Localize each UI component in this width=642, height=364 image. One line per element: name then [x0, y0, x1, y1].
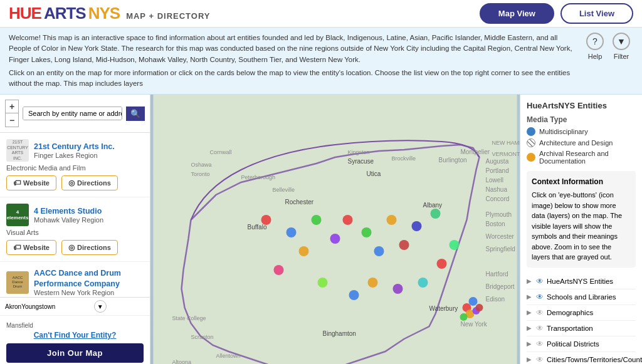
layer-chevron-3: ▶ — [527, 325, 532, 331]
map-view-button[interactable]: Map View — [480, 3, 554, 24]
svg-text:Waterbury: Waterbury — [429, 305, 458, 312]
svg-point-8 — [362, 227, 372, 237]
filter-label: Filter — [614, 51, 629, 62]
filter-button[interactable]: ▼ Filter — [613, 33, 630, 62]
svg-text:Syracuse: Syracuse — [348, 158, 374, 165]
svg-text:Utica: Utica — [367, 170, 381, 177]
svg-text:Scranton: Scranton — [191, 334, 214, 340]
layer-demographics[interactable]: ▶ 👁 Demographics — [527, 305, 636, 321]
svg-text:Brockville: Brockville — [392, 155, 416, 162]
layer-cities[interactable]: ▶ 👁 Cities/Towns/Territories/Counties — [527, 352, 636, 364]
svg-point-5 — [299, 246, 309, 256]
layer-eye-4[interactable]: 👁 — [536, 340, 544, 348]
layer-eye-0[interactable]: 👁 — [536, 277, 544, 286]
entity-region-1: Finger Lakes Region — [34, 152, 115, 159]
svg-text:New York: New York — [461, 321, 488, 328]
help-icon: ? — [586, 33, 604, 50]
entity-card-1: 21STCENTURYARTSINC. 21st Century Arts In… — [0, 133, 150, 197]
nav-row: Akron Youngstown ▼ — [0, 297, 150, 315]
entity-logo-3: AACCDanceDrum — [6, 271, 29, 294]
filter-icon: ▼ — [613, 33, 630, 50]
svg-text:Oshawa: Oshawa — [191, 162, 212, 168]
svg-text:Augusta: Augusta — [486, 158, 509, 165]
map-area[interactable]: Binghamton Rochester Albany Utica Syracu… — [150, 95, 520, 364]
layer-hueartsnys[interactable]: ▶ 👁 HueArtsNYS Entities — [527, 274, 636, 289]
svg-point-3 — [287, 227, 297, 237]
legend-dot-grid — [527, 138, 535, 147]
logo-map-label: MAP + DIRECTORY — [126, 11, 210, 21]
entity-name-1: 21st Century Arts Inc. — [34, 142, 115, 152]
entity-buttons-1: 🏷 Website ◎ Directions — [6, 175, 144, 190]
svg-text:Bridgeport: Bridgeport — [486, 283, 515, 290]
search-input[interactable]: Search by entity name or address — [23, 107, 122, 120]
nav-youngstown: Youngstown — [21, 303, 55, 310]
entity-name-3: AACC Dance and Drum Performance Company — [34, 268, 144, 289]
svg-text:Springfield: Springfield — [486, 246, 515, 252]
entity-logo-1: 21STCENTURYARTSINC. — [6, 139, 29, 162]
entity-info-3: AACC Dance and Drum Performance Company … — [34, 268, 144, 296]
layer-schools[interactable]: ▶ 👁 Schools and Libraries — [527, 289, 636, 305]
entity-directions-btn-1[interactable]: ◎ Directions — [61, 175, 118, 190]
svg-point-10 — [387, 215, 397, 225]
entity-logo-2: 4elements — [6, 204, 29, 226]
layer-chevron-5: ▶ — [527, 356, 532, 363]
entity-website-btn-1[interactable]: 🏷 Website — [6, 175, 56, 190]
cant-find-link[interactable]: Can't Find Your Entity? — [6, 331, 144, 340]
zoom-out-button[interactable]: − — [5, 113, 19, 127]
entity-card-2: 4elements 4 Elements Studio Mohawk Valle… — [0, 197, 150, 262]
legend-dot-blue — [527, 127, 535, 136]
context-info-section: Context Information Click on 'eye-button… — [527, 171, 636, 268]
svg-point-12 — [412, 221, 422, 231]
svg-text:Allentown: Allentown — [216, 353, 241, 359]
svg-point-14 — [274, 265, 284, 275]
entity-directions-btn-2[interactable]: ◎ Directions — [61, 240, 118, 255]
svg-point-16 — [349, 290, 359, 300]
scroll-down-button[interactable]: ▼ — [94, 300, 107, 313]
svg-text:VERMONT: VERMONT — [492, 151, 520, 157]
join-map-button[interactable]: Join Our Map — [6, 343, 144, 363]
zoom-in-button[interactable]: + — [5, 100, 19, 113]
help-button[interactable]: ? Help — [586, 33, 604, 62]
search-button[interactable]: 🔍 — [126, 107, 145, 121]
legend-dot-orange — [527, 153, 535, 162]
svg-point-27 — [476, 304, 483, 311]
entity-card-3: AACCDanceDrum AACC Dance and Drum Perfor… — [0, 262, 150, 297]
entity-info-1: 21st Century Arts Inc. Finger Lakes Regi… — [34, 142, 115, 159]
layer-eye-1[interactable]: 👁 — [536, 293, 544, 301]
website-icon-2: 🏷 — [13, 243, 21, 252]
svg-text:Montpelier: Montpelier — [461, 148, 490, 155]
svg-text:Hartford: Hartford — [486, 271, 508, 278]
legend-title: Media Type — [527, 115, 636, 124]
layer-chevron-2: ▶ — [527, 309, 532, 316]
svg-text:Altoona: Altoona — [172, 359, 192, 364]
layer-eye-2[interactable]: 👁 — [536, 308, 544, 317]
svg-point-7 — [343, 215, 353, 225]
svg-text:Binghamton: Binghamton — [323, 330, 356, 337]
map-background: Binghamton Rochester Albany Utica Syracu… — [150, 95, 520, 364]
svg-text:NEW HAMPSHIRE: NEW HAMPSHIRE — [492, 140, 520, 146]
logo-hue: HUE — [9, 4, 41, 23]
context-text: Click on 'eye-buttons' (icon image) belo… — [532, 190, 631, 263]
svg-text:Peterborough: Peterborough — [241, 174, 276, 180]
svg-text:Buffalo: Buffalo — [248, 224, 267, 231]
layer-eye-5[interactable]: 👁 — [536, 355, 544, 364]
svg-text:Albany: Albany — [423, 202, 443, 209]
svg-text:Portland: Portland — [486, 167, 509, 174]
svg-point-9 — [374, 246, 384, 256]
list-view-button[interactable]: List View — [560, 3, 633, 24]
right-panel: HueArtsNYS Entities Media Type Multidisc… — [520, 95, 642, 364]
legend-item-multidisciplinary: Multidisciplinary — [527, 127, 636, 136]
svg-text:Concord: Concord — [486, 195, 510, 202]
svg-text:Plymouth: Plymouth — [486, 211, 512, 218]
layer-eye-3[interactable]: 👁 — [536, 324, 544, 333]
layer-political[interactable]: ▶ 👁 Political Districts — [527, 336, 636, 352]
search-input-wrap: Search by entity name or address — [23, 107, 122, 120]
logo: HUEARTSNYS MAP + DIRECTORY — [9, 4, 210, 23]
svg-text:Boston: Boston — [486, 221, 505, 227]
entity-region-3: Western New York Region — [34, 289, 144, 296]
layer-chevron-0: ▶ — [527, 278, 532, 284]
entity-website-btn-2[interactable]: 🏷 Website — [6, 240, 56, 255]
banner-text-1: Welcome! This map is an interactive spac… — [9, 33, 577, 65]
nav-akron: Akron — [5, 303, 21, 310]
layer-transportation[interactable]: ▶ 👁 Transportation — [527, 321, 636, 336]
